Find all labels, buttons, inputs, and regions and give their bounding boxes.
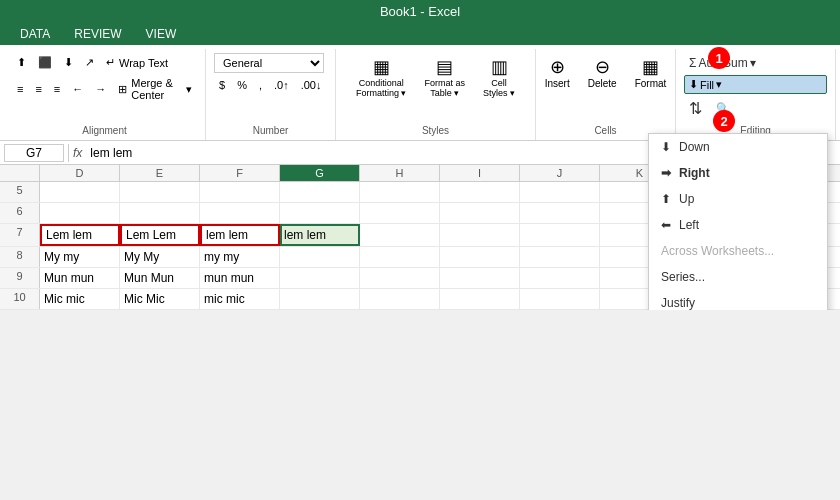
- cell-H8[interactable]: [360, 247, 440, 267]
- cell-G8[interactable]: [280, 247, 360, 267]
- cell-F9[interactable]: mun mun: [200, 268, 280, 288]
- across-label: Across Worksheets...: [661, 244, 774, 258]
- col-J[interactable]: J: [520, 165, 600, 181]
- align-middle-btn[interactable]: ⬛: [33, 53, 57, 72]
- cell-D10[interactable]: Mic mic: [40, 289, 120, 309]
- cell-D9[interactable]: Mun mun: [40, 268, 120, 288]
- col-G[interactable]: G: [280, 165, 360, 181]
- cell-H5[interactable]: [360, 182, 440, 202]
- cell-H10[interactable]: [360, 289, 440, 309]
- cell-styles-btn[interactable]: ▥ CellStyles ▾: [476, 53, 522, 101]
- col-D[interactable]: D: [40, 165, 120, 181]
- cell-I9[interactable]: [440, 268, 520, 288]
- cell-H9[interactable]: [360, 268, 440, 288]
- cell-I10[interactable]: [440, 289, 520, 309]
- fill-dropdown-icon[interactable]: ▾: [716, 78, 722, 91]
- cell-J9[interactable]: [520, 268, 600, 288]
- cell-D5[interactable]: [40, 182, 120, 202]
- cell-J10[interactable]: [520, 289, 600, 309]
- comma-btn[interactable]: ,: [254, 76, 267, 94]
- fill-label: Fill: [700, 79, 714, 91]
- cell-E6[interactable]: [120, 203, 200, 223]
- cell-J8[interactable]: [520, 247, 600, 267]
- justify-item[interactable]: Justify: [649, 290, 827, 310]
- cell-I8[interactable]: [440, 247, 520, 267]
- cells-label: Cells: [594, 121, 616, 136]
- autosum-btn[interactable]: Σ AutoSum ▾: [684, 53, 827, 73]
- col-F[interactable]: F: [200, 165, 280, 181]
- wrap-text-label: Wrap Text: [119, 57, 168, 69]
- col-H[interactable]: H: [360, 165, 440, 181]
- cell-H7[interactable]: [360, 224, 440, 246]
- find-select-btn[interactable]: 🔍: [711, 96, 735, 121]
- wrap-text-btn[interactable]: ↵ Wrap Text: [101, 53, 173, 72]
- cell-I5[interactable]: [440, 182, 520, 202]
- number-format-select[interactable]: General: [214, 53, 324, 73]
- cell-E9[interactable]: Mun Mun: [120, 268, 200, 288]
- cell-J5[interactable]: [520, 182, 600, 202]
- cell-G10[interactable]: [280, 289, 360, 309]
- cell-F5[interactable]: [200, 182, 280, 202]
- conditional-formatting-btn[interactable]: ▦ ConditionalFormatting ▾: [349, 53, 414, 101]
- align-right-btn[interactable]: ≡: [49, 74, 65, 104]
- format-btn[interactable]: ▦ Format: [628, 53, 674, 92]
- cell-D7[interactable]: Lem lem: [40, 224, 120, 246]
- cell-D6[interactable]: [40, 203, 120, 223]
- align-top-btn[interactable]: ⬆: [12, 53, 31, 72]
- orientation-btn[interactable]: ↗: [80, 53, 99, 72]
- row-6-header: 6: [0, 203, 40, 223]
- merge-center-btn[interactable]: ⊞ Merge & Center ▾: [113, 74, 197, 104]
- percent-btn[interactable]: %: [232, 76, 252, 94]
- insert-btn[interactable]: ⊕ Insert: [538, 53, 577, 92]
- cell-E8[interactable]: My My: [120, 247, 200, 267]
- dec-increase-btn[interactable]: .0↑: [269, 76, 294, 94]
- autosum-dropdown-icon[interactable]: ▾: [750, 56, 756, 70]
- cell-E7[interactable]: Lem Lem: [120, 224, 200, 246]
- col-E[interactable]: E: [120, 165, 200, 181]
- sort-filter-btn[interactable]: ⇅: [684, 96, 707, 121]
- indent-increase-btn[interactable]: →: [90, 74, 111, 104]
- cell-G6[interactable]: [280, 203, 360, 223]
- fill-left-item[interactable]: ⬅ Left: [649, 212, 827, 238]
- align-left-btn[interactable]: ≡: [12, 74, 28, 104]
- delete-icon: ⊖: [595, 56, 610, 78]
- cell-F10[interactable]: mic mic: [200, 289, 280, 309]
- alignment-section: ⬆ ⬛ ⬇ ↗ ↵ Wrap Text ≡ ≡ ≡ ← → ⊞ Merge & …: [4, 49, 206, 140]
- cell-H6[interactable]: [360, 203, 440, 223]
- align-center-btn[interactable]: ≡: [30, 74, 46, 104]
- col-I[interactable]: I: [440, 165, 520, 181]
- cell-J7[interactable]: [520, 224, 600, 246]
- cell-E5[interactable]: [120, 182, 200, 202]
- cell-I6[interactable]: [440, 203, 520, 223]
- cell-J6[interactable]: [520, 203, 600, 223]
- delete-btn[interactable]: ⊖ Delete: [581, 53, 624, 92]
- cell-F8[interactable]: my my: [200, 247, 280, 267]
- fill-up-item[interactable]: ⬆ Up: [649, 186, 827, 212]
- cell-F7[interactable]: lem lem: [200, 224, 280, 246]
- tab-data[interactable]: DATA: [8, 23, 62, 45]
- fill-down-item[interactable]: ⬇ Down: [649, 134, 827, 160]
- tab-review[interactable]: REVIEW: [62, 23, 133, 45]
- cell-reference-box[interactable]: [4, 144, 64, 162]
- cell-I7[interactable]: [440, 224, 520, 246]
- merge-dropdown-icon[interactable]: ▾: [186, 83, 192, 96]
- row-header-spacer: [0, 165, 40, 181]
- align-bottom-btn[interactable]: ⬇: [59, 53, 78, 72]
- dec-decrease-btn[interactable]: .00↓: [296, 76, 327, 94]
- cell-G5[interactable]: [280, 182, 360, 202]
- tab-view[interactable]: VIEW: [134, 23, 189, 45]
- fill-btn[interactable]: ⬇ Fill ▾: [684, 75, 827, 94]
- cell-F6[interactable]: [200, 203, 280, 223]
- cell-G9[interactable]: [280, 268, 360, 288]
- fill-right-item[interactable]: ➡ Right: [649, 160, 827, 186]
- format-as-table-btn[interactable]: ▤ Format asTable ▾: [417, 53, 472, 101]
- cell-G7[interactable]: lem lem: [280, 224, 360, 246]
- title-text: Book1 - Excel: [380, 4, 460, 19]
- series-item[interactable]: Series...: [649, 264, 827, 290]
- indent-decrease-btn[interactable]: ←: [67, 74, 88, 104]
- currency-btn[interactable]: $: [214, 76, 230, 94]
- cell-E10[interactable]: Mic Mic: [120, 289, 200, 309]
- cell-D8[interactable]: My my: [40, 247, 120, 267]
- fill-dropdown-menu: ⬇ Down ➡ Right ⬆ Up ⬅ Left Across Worksh…: [648, 133, 828, 310]
- title-bar: Book1 - Excel: [0, 0, 840, 23]
